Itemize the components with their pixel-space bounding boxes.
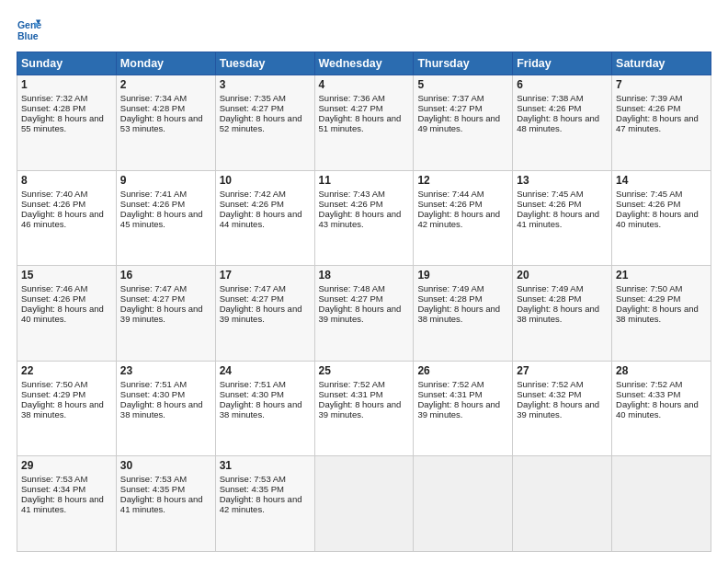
- sunset: Sunset: 4:31 PM: [417, 389, 482, 399]
- day-number: 12: [417, 174, 508, 187]
- day-number: 9: [120, 174, 211, 187]
- calendar-cell: 11Sunrise: 7:43 AMSunset: 4:26 PMDayligh…: [314, 170, 414, 266]
- day-number: 2: [120, 78, 211, 91]
- sunset: Sunset: 4:26 PM: [417, 199, 482, 209]
- weekday-header: Monday: [116, 52, 215, 75]
- sunset: Sunset: 4:27 PM: [319, 103, 383, 113]
- sunrise: Sunrise: 7:51 AM: [220, 379, 286, 389]
- calendar-cell: 16Sunrise: 7:47 AMSunset: 4:27 PMDayligh…: [116, 266, 215, 362]
- day-number: 11: [319, 174, 410, 187]
- day-number: 24: [220, 364, 311, 377]
- sunrise: Sunrise: 7:49 AM: [517, 283, 583, 293]
- daylight: Daylight: 8 hours and 38 minutes.: [517, 304, 599, 324]
- day-number: 25: [319, 364, 410, 377]
- calendar-cell: [314, 456, 414, 552]
- sunset: Sunset: 4:26 PM: [319, 199, 383, 209]
- logo-icon: General Blue: [17, 17, 42, 42]
- sunrise: Sunrise: 7:47 AM: [120, 283, 187, 293]
- calendar-cell: 31Sunrise: 7:53 AMSunset: 4:35 PMDayligh…: [215, 456, 314, 552]
- daylight: Daylight: 8 hours and 40 minutes.: [616, 399, 699, 419]
- header: General Blue: [17, 17, 711, 42]
- sunrise: Sunrise: 7:52 AM: [417, 379, 483, 389]
- calendar-cell: 8Sunrise: 7:40 AMSunset: 4:26 PMDaylight…: [17, 170, 117, 266]
- sunrise: Sunrise: 7:38 AM: [517, 93, 583, 103]
- sunrise: Sunrise: 7:46 AM: [21, 283, 87, 293]
- calendar-cell: 4Sunrise: 7:36 AMSunset: 4:27 PMDaylight…: [314, 75, 414, 171]
- day-number: 20: [517, 269, 608, 282]
- daylight: Daylight: 8 hours and 40 minutes.: [616, 209, 699, 229]
- day-number: 6: [517, 78, 608, 91]
- calendar-week-row: 22Sunrise: 7:50 AMSunset: 4:29 PMDayligh…: [17, 361, 711, 456]
- calendar-cell: 9Sunrise: 7:41 AMSunset: 4:26 PMDaylight…: [116, 170, 215, 266]
- daylight: Daylight: 8 hours and 39 minutes.: [120, 304, 203, 324]
- day-number: 4: [319, 78, 410, 91]
- sunrise: Sunrise: 7:40 AM: [21, 189, 87, 199]
- daylight: Daylight: 8 hours and 44 minutes.: [220, 209, 302, 229]
- sunset: Sunset: 4:28 PM: [417, 293, 482, 304]
- sunset: Sunset: 4:26 PM: [517, 199, 581, 209]
- calendar-cell: 26Sunrise: 7:52 AMSunset: 4:31 PMDayligh…: [414, 361, 513, 456]
- sunrise: Sunrise: 7:34 AM: [120, 93, 187, 103]
- sunrise: Sunrise: 7:32 AM: [21, 93, 87, 103]
- sunrise: Sunrise: 7:52 AM: [517, 379, 583, 389]
- sunrise: Sunrise: 7:53 AM: [120, 474, 187, 484]
- sunrise: Sunrise: 7:52 AM: [319, 379, 385, 389]
- sunrise: Sunrise: 7:43 AM: [319, 189, 385, 199]
- logo: General Blue: [17, 17, 46, 42]
- calendar-cell: 23Sunrise: 7:51 AMSunset: 4:30 PMDayligh…: [116, 361, 215, 456]
- sunset: Sunset: 4:35 PM: [120, 484, 185, 494]
- calendar-cell: 28Sunrise: 7:52 AMSunset: 4:33 PMDayligh…: [612, 361, 711, 456]
- calendar-cell: [414, 456, 513, 552]
- sunset: Sunset: 4:30 PM: [120, 389, 185, 399]
- daylight: Daylight: 8 hours and 38 minutes.: [120, 399, 203, 419]
- sunrise: Sunrise: 7:53 AM: [21, 474, 87, 484]
- calendar-table: SundayMondayTuesdayWednesdayThursdayFrid…: [17, 52, 711, 552]
- weekday-header: Friday: [513, 52, 612, 75]
- sunrise: Sunrise: 7:39 AM: [616, 93, 682, 103]
- day-number: 23: [120, 364, 211, 377]
- calendar-cell: 24Sunrise: 7:51 AMSunset: 4:30 PMDayligh…: [215, 361, 314, 456]
- calendar-cell: 22Sunrise: 7:50 AMSunset: 4:29 PMDayligh…: [17, 361, 117, 456]
- daylight: Daylight: 8 hours and 47 minutes.: [616, 113, 699, 133]
- sunset: Sunset: 4:28 PM: [120, 103, 185, 113]
- calendar-cell: 2Sunrise: 7:34 AMSunset: 4:28 PMDaylight…: [116, 75, 215, 171]
- calendar-cell: 10Sunrise: 7:42 AMSunset: 4:26 PMDayligh…: [215, 170, 314, 266]
- day-number: 19: [417, 269, 508, 282]
- sunrise: Sunrise: 7:41 AM: [120, 189, 187, 199]
- sunrise: Sunrise: 7:52 AM: [616, 379, 682, 389]
- calendar-cell: 21Sunrise: 7:50 AMSunset: 4:29 PMDayligh…: [612, 266, 711, 362]
- weekday-header: Saturday: [612, 52, 711, 75]
- calendar-week-row: 15Sunrise: 7:46 AMSunset: 4:26 PMDayligh…: [17, 266, 711, 362]
- header-row: SundayMondayTuesdayWednesdayThursdayFrid…: [17, 52, 711, 75]
- svg-text:Blue: Blue: [17, 30, 39, 41]
- daylight: Daylight: 8 hours and 38 minutes.: [220, 399, 302, 419]
- day-number: 22: [21, 364, 112, 377]
- calendar-cell: 19Sunrise: 7:49 AMSunset: 4:28 PMDayligh…: [414, 266, 513, 362]
- daylight: Daylight: 8 hours and 38 minutes.: [417, 304, 500, 324]
- daylight: Daylight: 8 hours and 45 minutes.: [120, 209, 203, 229]
- calendar-header: SundayMondayTuesdayWednesdayThursdayFrid…: [17, 52, 711, 75]
- calendar-cell: 20Sunrise: 7:49 AMSunset: 4:28 PMDayligh…: [513, 266, 612, 362]
- day-number: 30: [120, 459, 211, 472]
- sunset: Sunset: 4:27 PM: [417, 103, 482, 113]
- calendar-cell: 29Sunrise: 7:53 AMSunset: 4:34 PMDayligh…: [17, 456, 117, 552]
- sunrise: Sunrise: 7:48 AM: [319, 283, 385, 293]
- daylight: Daylight: 8 hours and 39 minutes.: [517, 399, 599, 419]
- calendar-cell: 15Sunrise: 7:46 AMSunset: 4:26 PMDayligh…: [17, 266, 117, 362]
- sunset: Sunset: 4:26 PM: [517, 103, 581, 113]
- sunset: Sunset: 4:29 PM: [616, 293, 680, 304]
- sunrise: Sunrise: 7:50 AM: [21, 379, 87, 389]
- daylight: Daylight: 8 hours and 48 minutes.: [517, 113, 599, 133]
- sunset: Sunset: 4:26 PM: [220, 199, 284, 209]
- sunset: Sunset: 4:26 PM: [21, 293, 85, 304]
- daylight: Daylight: 8 hours and 42 minutes.: [417, 209, 500, 229]
- day-number: 16: [120, 269, 211, 282]
- sunrise: Sunrise: 7:35 AM: [220, 93, 286, 103]
- day-number: 5: [417, 78, 508, 91]
- calendar-cell: 25Sunrise: 7:52 AMSunset: 4:31 PMDayligh…: [314, 361, 414, 456]
- sunrise: Sunrise: 7:37 AM: [417, 93, 483, 103]
- sunset: Sunset: 4:27 PM: [319, 293, 383, 304]
- day-number: 31: [220, 459, 311, 472]
- daylight: Daylight: 8 hours and 41 minutes.: [517, 209, 599, 229]
- weekday-header: Sunday: [17, 52, 117, 75]
